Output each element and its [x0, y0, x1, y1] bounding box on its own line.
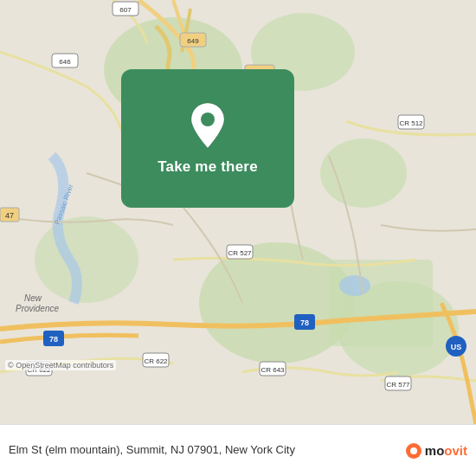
svg-text:US: US	[451, 343, 462, 351]
svg-text:CR 622: CR 622	[144, 357, 168, 365]
info-bar: Elm St (elm mountain), Summit, NJ 07901,…	[0, 424, 476, 476]
map-container[interactable]: 607 646 649 NJ 124 CR 512 78 78 CR 527 C…	[0, 0, 476, 424]
action-card[interactable]: Take me there	[121, 69, 294, 208]
svg-text:CR 512: CR 512	[399, 119, 423, 127]
svg-text:CR 527: CR 527	[228, 249, 252, 257]
svg-text:47: 47	[5, 211, 14, 220]
svg-point-3	[320, 138, 407, 208]
svg-text:649: 649	[187, 37, 199, 45]
svg-text:646: 646	[59, 58, 71, 66]
svg-text:New: New	[24, 293, 42, 303]
moovit-brand-text: moovit	[425, 443, 467, 458]
svg-text:CR 643: CR 643	[261, 366, 285, 374]
svg-point-40	[201, 113, 215, 126]
svg-rect-7	[329, 260, 433, 346]
svg-text:78: 78	[49, 335, 58, 344]
svg-text:607: 607	[119, 6, 132, 14]
moovit-dot-icon	[406, 443, 421, 459]
address-text: Elm St (elm mountain), Summit, NJ 07901,…	[9, 442, 406, 458]
location-pin-icon	[187, 101, 228, 150]
svg-text:CR 577: CR 577	[386, 381, 410, 389]
svg-point-8	[339, 275, 370, 296]
take-me-there-button[interactable]: Take me there	[158, 158, 258, 176]
svg-text:Providence: Providence	[16, 304, 59, 313]
moovit-highlight: ovit	[444, 443, 467, 458]
moovit-logo: moovit	[406, 443, 467, 459]
svg-point-5	[35, 216, 138, 303]
map-copyright: © OpenStreetMap contributors	[5, 360, 116, 370]
svg-text:78: 78	[300, 318, 309, 327]
